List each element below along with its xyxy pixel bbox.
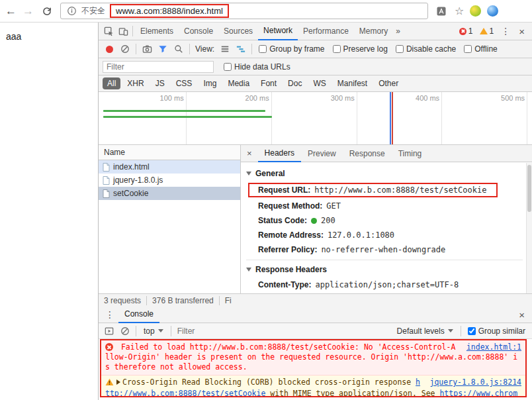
view-label: View: [195,44,214,54]
warning-icon [480,28,488,34]
preserve-log-checkbox[interactable]: Preserve log [333,44,388,54]
forward-icon[interactable]: → [22,5,34,17]
url-text[interactable]: www.a.com:8888/index.html [116,6,223,16]
network-summary-bar: 3 requests 376 B transferred Fi [99,293,532,307]
group-by-frame-checkbox[interactable]: Group by frame [259,44,324,54]
tab-preview[interactable]: Preview [301,146,343,162]
tab-elements[interactable]: Elements [135,23,179,40]
timeline-request-bar [103,110,266,112]
tab-headers[interactable]: Headers [258,145,301,162]
response-headers-section-header[interactable]: Response Headers [246,260,523,277]
expand-triangle-icon[interactable] [116,379,120,385]
devtools-close-icon[interactable]: × [514,26,529,37]
filter-funnel-icon[interactable] [155,42,170,56]
details-scrollbar[interactable] [526,163,532,293]
clear-icon[interactable] [118,42,132,56]
type-filter-xhr[interactable]: XHR [122,77,148,89]
type-filter-media[interactable]: Media [223,77,254,89]
tab-sources[interactable]: Sources [218,23,258,40]
details-close-icon[interactable]: × [241,148,258,158]
referrer-policy-label: Referrer Policy: [258,245,317,254]
type-filter-all[interactable]: All [103,77,120,89]
network-filter-input[interactable] [103,61,214,73]
error-count: 1 [468,26,473,36]
console-clear-icon[interactable] [118,324,132,338]
refresh-icon[interactable] [40,4,54,19]
file-icon [103,163,110,172]
request-row[interactable]: jquery-1.8.0.js [99,174,240,187]
network-overview-timeline[interactable]: 100 ms 200 ms 300 ms 400 ms 500 ms [99,92,532,145]
more-tabs-icon[interactable]: » [393,26,403,36]
device-toolbar-icon[interactable] [116,24,130,38]
search-icon[interactable] [171,42,186,56]
security-status-label[interactable]: 不安全 [81,5,105,17]
tab-memory[interactable]: Memory [354,23,393,40]
list-view-icon[interactable] [218,42,232,56]
drawer-close-icon[interactable]: × [514,309,529,321]
group-similar-checkbox[interactable]: Group similar [468,326,525,336]
console-drawer-tab[interactable]: Console [118,307,159,323]
back-icon[interactable]: ← [5,5,17,17]
browser-toolbar: ← → 不安全 www.a.com:8888/index.html ☆ [0,0,532,23]
hide-data-urls-checkbox[interactable]: Hide data URLs [224,62,290,72]
timeline-label: 200 ms [245,94,269,102]
request-row[interactable]: index.html [99,160,240,174]
log-levels-selector[interactable]: Default levels [393,326,457,336]
console-error-message[interactable]: index.html:1 Failed to load http://www.b… [101,340,525,375]
tab-console[interactable]: Console [179,23,218,40]
disable-cache-checkbox[interactable]: Disable cache [396,44,456,54]
timeline-request-bar [103,116,272,118]
request-url-label: Request URL: [258,185,310,195]
console-warning-message[interactable]: jquery-1.8.0.js:8214 Cross-Origin Read B… [101,375,525,397]
bookmark-star-icon[interactable]: ☆ [455,5,464,17]
overview-waterfall-icon[interactable] [234,42,248,56]
type-filter-other[interactable]: Other [374,77,403,89]
tab-network[interactable]: Network [258,23,298,40]
type-filter-css[interactable]: CSS [171,77,197,89]
tab-timing[interactable]: Timing [392,146,429,162]
error-count-badge[interactable]: 1 [456,26,476,36]
type-filter-ws[interactable]: WS [308,77,330,89]
tab-performance[interactable]: Performance [298,23,354,40]
extension-icon-1[interactable] [470,5,481,17]
type-filter-img[interactable]: Img [199,77,221,89]
capture-screenshots-icon[interactable] [140,42,154,56]
warning-count: 1 [490,26,494,36]
context-value: top [144,326,155,336]
console-filter-input[interactable] [175,325,261,336]
warning-count-badge[interactable]: 1 [476,26,498,36]
address-bar[interactable]: 不安全 www.a.com:8888/index.html [60,3,428,19]
translate-icon[interactable] [434,4,449,19]
timeline-label: 100 ms [160,94,184,102]
hide-data-urls-label: Hide data URLs [234,62,290,72]
extension-icon-2[interactable] [487,5,498,17]
requests-name-header[interactable]: Name [99,145,240,160]
execution-context-selector[interactable]: top [140,326,167,336]
console-sidebar-icon[interactable] [102,324,116,338]
info-icon[interactable] [66,4,77,19]
type-filter-manifest[interactable]: Manifest [333,77,372,89]
tab-response[interactable]: Response [343,146,392,162]
offline-label: Offline [474,44,497,54]
error-source-link[interactable]: index.html:1 [466,342,521,352]
header-row: Status Code: 200 [246,213,523,228]
file-icon [103,176,110,185]
response-headers-title: Response Headers [255,265,327,274]
header-row: Content-Type: application/json;charset=U… [246,277,523,292]
offline-checkbox[interactable]: Offline [464,44,497,54]
record-icon[interactable] [102,42,116,56]
remote-address-value: 127.0.0.1:1080 [328,230,394,240]
request-row-selected[interactable]: setCookie [99,187,240,200]
general-section-header[interactable]: General [246,166,523,181]
type-filter-doc[interactable]: Doc [283,77,306,89]
header-row: Request Method: GET [246,199,523,213]
warning-source-link[interactable]: jquery-1.8.0.js:8214 [430,377,521,387]
general-title: General [255,169,285,178]
devtools-menu-icon[interactable]: ⋮ [497,26,514,36]
timeline-gridline: 500 ms [527,92,527,144]
inspect-element-icon[interactable] [101,24,116,38]
type-filter-js[interactable]: JS [151,77,169,89]
content-type-label: Content-Type: [258,280,311,289]
type-filter-font[interactable]: Font [256,77,281,89]
drawer-menu-icon[interactable]: ⋮ [101,309,118,320]
